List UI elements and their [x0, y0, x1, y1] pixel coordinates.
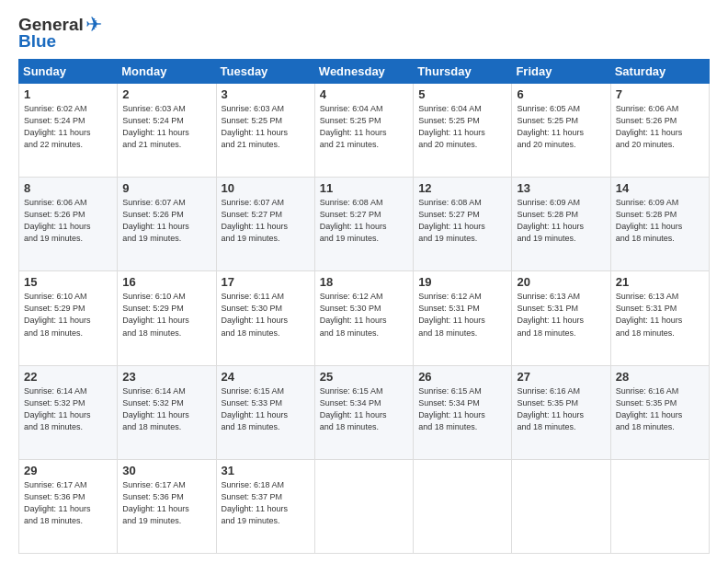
day-number: 13 — [517, 181, 605, 195]
day-number: 7 — [616, 87, 704, 101]
day-number: 15 — [24, 275, 112, 289]
header-wednesday: Wednesday — [314, 60, 413, 84]
day-number: 4 — [320, 87, 408, 101]
calendar-cell — [414, 459, 512, 553]
day-info: Sunrise: 6:18 AM Sunset: 5:37 PM Dayligh… — [222, 479, 310, 527]
calendar-cell: 28Sunrise: 6:16 AM Sunset: 5:35 PM Dayli… — [610, 365, 709, 459]
calendar-cell: 16Sunrise: 6:10 AM Sunset: 5:29 PM Dayli… — [118, 271, 216, 365]
calendar-cell: 29Sunrise: 6:17 AM Sunset: 5:36 PM Dayli… — [19, 459, 118, 553]
day-number: 25 — [320, 370, 408, 384]
day-info: Sunrise: 6:04 AM Sunset: 5:25 PM Dayligh… — [320, 103, 408, 151]
header-sunday: Sunday — [19, 60, 118, 84]
day-number: 14 — [616, 181, 704, 195]
day-number: 24 — [222, 370, 310, 384]
header-friday: Friday — [512, 60, 610, 84]
day-number: 9 — [122, 181, 210, 195]
calendar-cell — [512, 459, 610, 553]
calendar-cell: 10Sunrise: 6:07 AM Sunset: 5:27 PM Dayli… — [216, 178, 314, 271]
calendar-cell: 3Sunrise: 6:03 AM Sunset: 5:25 PM Daylig… — [216, 84, 314, 178]
calendar-cell: 12Sunrise: 6:08 AM Sunset: 5:27 PM Dayli… — [414, 178, 512, 271]
calendar-cell: 26Sunrise: 6:15 AM Sunset: 5:34 PM Dayli… — [414, 365, 512, 459]
day-info: Sunrise: 6:17 AM Sunset: 5:36 PM Dayligh… — [24, 479, 112, 527]
calendar-cell: 21Sunrise: 6:13 AM Sunset: 5:31 PM Dayli… — [610, 271, 709, 365]
calendar-cell: 2Sunrise: 6:03 AM Sunset: 5:24 PM Daylig… — [118, 84, 216, 178]
day-number: 21 — [616, 275, 704, 289]
calendar-cell: 17Sunrise: 6:11 AM Sunset: 5:30 PM Dayli… — [216, 271, 314, 365]
header: General ✈ Blue — [18, 15, 710, 52]
calendar-cell: 27Sunrise: 6:16 AM Sunset: 5:35 PM Dayli… — [512, 365, 610, 459]
day-info: Sunrise: 6:03 AM Sunset: 5:24 PM Dayligh… — [122, 103, 210, 151]
day-info: Sunrise: 6:12 AM Sunset: 5:31 PM Dayligh… — [418, 291, 506, 339]
day-info: Sunrise: 6:16 AM Sunset: 5:35 PM Dayligh… — [517, 385, 605, 433]
day-number: 19 — [418, 275, 506, 289]
day-number: 31 — [222, 464, 310, 477]
header-tuesday: Tuesday — [216, 60, 314, 84]
calendar-cell: 1Sunrise: 6:02 AM Sunset: 5:24 PM Daylig… — [19, 84, 118, 178]
logo: General ✈ Blue — [18, 15, 102, 52]
day-info: Sunrise: 6:03 AM Sunset: 5:25 PM Dayligh… — [222, 103, 310, 151]
day-number: 26 — [418, 370, 506, 384]
calendar-cell: 30Sunrise: 6:17 AM Sunset: 5:36 PM Dayli… — [118, 459, 216, 553]
calendar-cell: 25Sunrise: 6:15 AM Sunset: 5:34 PM Dayli… — [314, 365, 413, 459]
day-info: Sunrise: 6:04 AM Sunset: 5:25 PM Dayligh… — [418, 103, 506, 151]
day-info: Sunrise: 6:17 AM Sunset: 5:36 PM Dayligh… — [122, 479, 210, 527]
day-info: Sunrise: 6:07 AM Sunset: 5:27 PM Dayligh… — [222, 197, 310, 245]
calendar-cell: 8Sunrise: 6:06 AM Sunset: 5:26 PM Daylig… — [19, 178, 118, 271]
calendar-cell: 7Sunrise: 6:06 AM Sunset: 5:26 PM Daylig… — [610, 84, 709, 178]
day-number: 3 — [222, 87, 310, 101]
day-number: 29 — [24, 464, 112, 477]
day-info: Sunrise: 6:06 AM Sunset: 5:26 PM Dayligh… — [616, 103, 704, 151]
day-number: 10 — [222, 181, 310, 195]
day-info: Sunrise: 6:10 AM Sunset: 5:29 PM Dayligh… — [24, 291, 112, 339]
day-number: 18 — [320, 275, 408, 289]
day-info: Sunrise: 6:11 AM Sunset: 5:30 PM Dayligh… — [222, 291, 310, 339]
calendar-cell: 11Sunrise: 6:08 AM Sunset: 5:27 PM Dayli… — [314, 178, 413, 271]
day-info: Sunrise: 6:09 AM Sunset: 5:28 PM Dayligh… — [616, 197, 704, 245]
calendar-table: SundayMondayTuesdayWednesdayThursdayFrid… — [18, 59, 710, 554]
calendar-cell: 15Sunrise: 6:10 AM Sunset: 5:29 PM Dayli… — [19, 271, 118, 365]
day-number: 28 — [616, 370, 704, 384]
day-info: Sunrise: 6:09 AM Sunset: 5:28 PM Dayligh… — [517, 197, 605, 245]
day-number: 5 — [418, 87, 506, 101]
day-info: Sunrise: 6:14 AM Sunset: 5:32 PM Dayligh… — [24, 385, 112, 433]
day-number: 17 — [222, 275, 310, 289]
calendar-cell: 5Sunrise: 6:04 AM Sunset: 5:25 PM Daylig… — [414, 84, 512, 178]
day-info: Sunrise: 6:10 AM Sunset: 5:29 PM Dayligh… — [122, 291, 210, 339]
day-number: 2 — [122, 87, 210, 101]
day-info: Sunrise: 6:15 AM Sunset: 5:33 PM Dayligh… — [222, 385, 310, 433]
calendar-cell: 9Sunrise: 6:07 AM Sunset: 5:26 PM Daylig… — [118, 178, 216, 271]
day-number: 12 — [418, 181, 506, 195]
page: General ✈ Blue SundayMondayTuesdayWednes… — [0, 0, 728, 563]
day-number: 11 — [320, 181, 408, 195]
day-number: 22 — [24, 370, 112, 384]
day-info: Sunrise: 6:13 AM Sunset: 5:31 PM Dayligh… — [517, 291, 605, 339]
calendar-cell: 13Sunrise: 6:09 AM Sunset: 5:28 PM Dayli… — [512, 178, 610, 271]
day-info: Sunrise: 6:08 AM Sunset: 5:27 PM Dayligh… — [320, 197, 408, 245]
header-thursday: Thursday — [414, 60, 512, 84]
day-number: 27 — [517, 370, 605, 384]
calendar-cell: 22Sunrise: 6:14 AM Sunset: 5:32 PM Dayli… — [19, 365, 118, 459]
calendar-cell — [314, 459, 413, 553]
day-number: 20 — [517, 275, 605, 289]
calendar-cell: 4Sunrise: 6:04 AM Sunset: 5:25 PM Daylig… — [314, 84, 413, 178]
day-number: 23 — [122, 370, 210, 384]
day-number: 6 — [517, 87, 605, 101]
day-info: Sunrise: 6:13 AM Sunset: 5:31 PM Dayligh… — [616, 291, 704, 339]
calendar-cell: 31Sunrise: 6:18 AM Sunset: 5:37 PM Dayli… — [216, 459, 314, 553]
day-info: Sunrise: 6:14 AM Sunset: 5:32 PM Dayligh… — [122, 385, 210, 433]
header-monday: Monday — [118, 60, 216, 84]
day-number: 1 — [24, 87, 112, 101]
day-info: Sunrise: 6:02 AM Sunset: 5:24 PM Dayligh… — [24, 103, 112, 151]
header-saturday: Saturday — [610, 60, 709, 84]
calendar-cell: 14Sunrise: 6:09 AM Sunset: 5:28 PM Dayli… — [610, 178, 709, 271]
logo-bird-icon: ✈ — [85, 15, 102, 35]
day-number: 30 — [122, 464, 210, 477]
calendar-cell: 20Sunrise: 6:13 AM Sunset: 5:31 PM Dayli… — [512, 271, 610, 365]
calendar-cell: 23Sunrise: 6:14 AM Sunset: 5:32 PM Dayli… — [118, 365, 216, 459]
calendar-cell: 24Sunrise: 6:15 AM Sunset: 5:33 PM Dayli… — [216, 365, 314, 459]
calendar-cell: 18Sunrise: 6:12 AM Sunset: 5:30 PM Dayli… — [314, 271, 413, 365]
calendar-cell: 6Sunrise: 6:05 AM Sunset: 5:25 PM Daylig… — [512, 84, 610, 178]
calendar-cell — [610, 459, 709, 553]
day-info: Sunrise: 6:15 AM Sunset: 5:34 PM Dayligh… — [320, 385, 408, 433]
day-info: Sunrise: 6:06 AM Sunset: 5:26 PM Dayligh… — [24, 197, 112, 245]
